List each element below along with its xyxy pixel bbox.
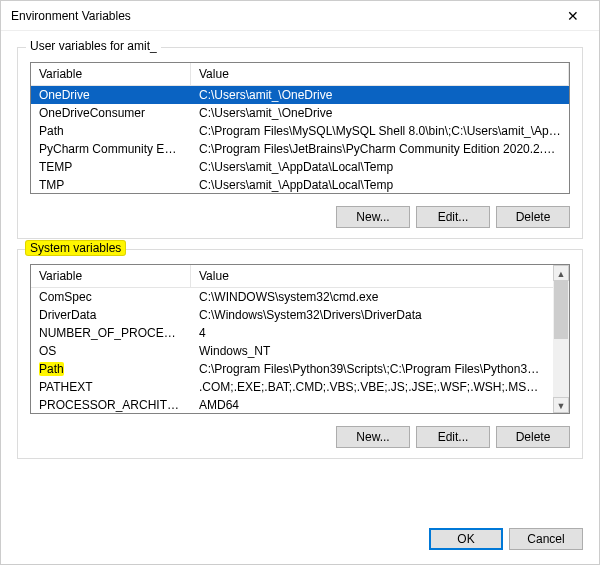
scroll-down-icon[interactable]: ▼ [553,397,569,413]
table-row[interactable]: TMP C:\Users\amit_\AppData\Local\Temp [31,176,569,194]
dialog-content: User variables for amit_ Variable Value … [1,31,599,518]
env-vars-dialog: Environment Variables ✕ User variables f… [0,0,600,565]
delete-button[interactable]: Delete [496,426,570,448]
table-row[interactable]: DriverData C:\Windows\System32\Drivers\D… [31,306,553,324]
table-row[interactable]: OneDriveConsumer C:\Users\amit_\OneDrive [31,104,569,122]
user-variables-group: User variables for amit_ Variable Value … [17,47,583,239]
cell-variable: PyCharm Community Edition [31,140,191,158]
edit-button[interactable]: Edit... [416,426,490,448]
delete-button[interactable]: Delete [496,206,570,228]
cell-value: C:\Users\amit_\AppData\Local\Temp [191,176,569,194]
ok-button[interactable]: OK [429,528,503,550]
user-table-body: OneDrive C:\Users\amit_\OneDrive OneDriv… [31,86,569,194]
table-row[interactable]: OneDrive C:\Users\amit_\OneDrive [31,86,569,104]
cell-value: C:\Users\amit_\OneDrive [191,86,569,104]
user-button-row: New... Edit... Delete [30,206,570,228]
system-button-row: New... Edit... Delete [30,426,570,448]
cell-value: C:\Users\amit_\OneDrive [191,104,569,122]
col-header-value[interactable]: Value [191,63,569,85]
cancel-button[interactable]: Cancel [509,528,583,550]
cell-variable: Path [31,360,191,378]
table-row[interactable]: ComSpec C:\WINDOWS\system32\cmd.exe [31,288,553,306]
new-button[interactable]: New... [336,206,410,228]
system-table-body: ComSpec C:\WINDOWS\system32\cmd.exe Driv… [31,288,569,414]
cell-variable: ComSpec [31,288,191,306]
system-group-label: System variables [26,241,125,255]
scroll-up-icon[interactable]: ▲ [553,265,569,281]
dialog-title: Environment Variables [11,9,131,23]
cell-value: C:\Program Files\Python39\Scripts\;C:\Pr… [191,360,553,378]
table-row[interactable]: Path C:\Program Files\MySQL\MySQL Shell … [31,122,569,140]
cell-variable: NUMBER_OF_PROCESSORS [31,324,191,342]
col-header-value[interactable]: Value [191,265,569,287]
edit-button[interactable]: Edit... [416,206,490,228]
system-variables-group: System variables Variable Value ComSpec … [17,249,583,459]
table-row[interactable]: OS Windows_NT [31,342,553,360]
cell-variable: DriverData [31,306,191,324]
cell-value: AMD64 [191,396,553,414]
table-row[interactable]: TEMP C:\Users\amit_\AppData\Local\Temp [31,158,569,176]
titlebar: Environment Variables ✕ [1,1,599,31]
table-row[interactable]: PyCharm Community Edition C:\Program Fil… [31,140,569,158]
col-header-variable[interactable]: Variable [31,265,191,287]
cell-variable: PATHEXT [31,378,191,396]
table-row[interactable]: PROCESSOR_ARCHITECTURE AMD64 [31,396,553,414]
dialog-footer: OK Cancel [1,518,599,564]
cell-variable: OS [31,342,191,360]
cell-value: .COM;.EXE;.BAT;.CMD;.VBS;.VBE;.JS;.JSE;.… [191,378,553,396]
cell-value: C:\Users\amit_\AppData\Local\Temp [191,158,569,176]
cell-value: 4 [191,324,553,342]
cell-variable: Path [31,122,191,140]
cell-variable: TMP [31,176,191,194]
system-variables-table[interactable]: Variable Value ComSpec C:\WINDOWS\system… [30,264,570,414]
close-icon[interactable]: ✕ [553,9,593,23]
system-table-header: Variable Value [31,265,569,288]
table-row[interactable]: NUMBER_OF_PROCESSORS 4 [31,324,553,342]
cell-variable: OneDriveConsumer [31,104,191,122]
cell-value: C:\Program Files\MySQL\MySQL Shell 8.0\b… [191,122,569,140]
cell-value: C:\Program Files\JetBrains\PyCharm Commu… [191,140,569,158]
cell-variable: TEMP [31,158,191,176]
cell-variable: OneDrive [31,86,191,104]
cell-value: C:\WINDOWS\system32\cmd.exe [191,288,553,306]
scroll-track[interactable] [553,281,569,397]
table-row[interactable]: Path C:\Program Files\Python39\Scripts\;… [31,360,553,378]
user-variables-table[interactable]: Variable Value OneDrive C:\Users\amit_\O… [30,62,570,194]
user-group-label: User variables for amit_ [26,39,161,53]
cell-variable: PROCESSOR_ARCHITECTURE [31,396,191,414]
col-header-variable[interactable]: Variable [31,63,191,85]
scroll-thumb[interactable] [554,281,568,339]
cell-value: Windows_NT [191,342,553,360]
table-row[interactable]: PATHEXT .COM;.EXE;.BAT;.CMD;.VBS;.VBE;.J… [31,378,553,396]
cell-value: C:\Windows\System32\Drivers\DriverData [191,306,553,324]
scrollbar[interactable]: ▲ ▼ [553,265,569,413]
user-table-header: Variable Value [31,63,569,86]
new-button[interactable]: New... [336,426,410,448]
